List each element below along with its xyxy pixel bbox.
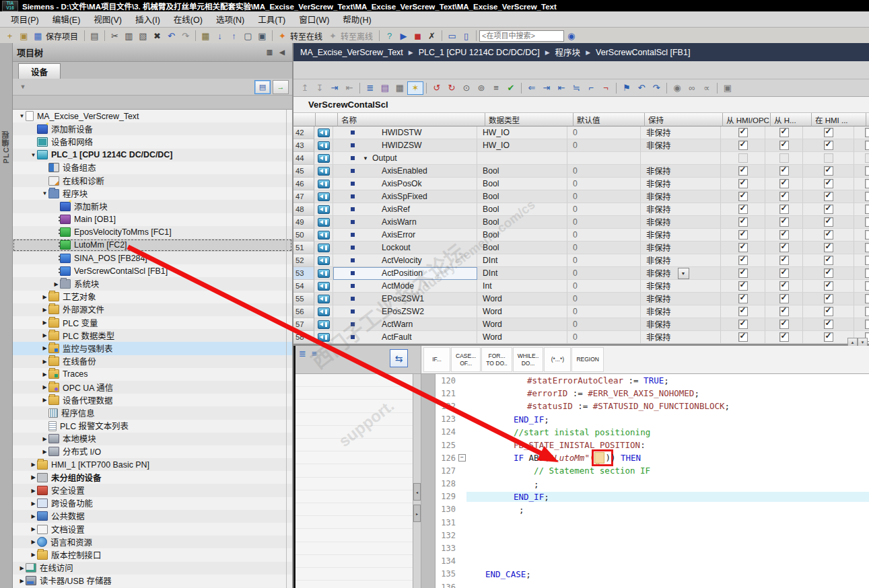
export-interface-icon[interactable]: ⇥ (327, 81, 342, 94)
cross-references-icon[interactable]: ✗ (425, 30, 439, 42)
retain-cell[interactable]: 非保持▼ (641, 267, 721, 280)
checkbox-setpoint[interactable] (865, 243, 869, 252)
checkbox-from-hmi[interactable] (738, 332, 748, 342)
checkbox-from-hmi[interactable] (738, 256, 748, 265)
new-project-icon[interactable]: + (3, 30, 17, 42)
menu-item-2[interactable]: 视图(V) (87, 11, 129, 27)
data-type-cell[interactable]: Bool (477, 190, 567, 203)
data-type-cell[interactable]: Bool (477, 242, 567, 254)
default-value-cell[interactable]: 0 (567, 254, 641, 267)
expand-arrow-icon[interactable]: ▶ (30, 526, 37, 532)
block-interface-icon[interactable]: ▤ (378, 81, 392, 94)
save-project-label[interactable]: 保存项目 (45, 30, 81, 42)
checkbox-from-hmi[interactable] (738, 230, 748, 240)
checkbox-from-h[interactable] (779, 320, 789, 329)
var-name-cell[interactable]: AxisError (333, 229, 477, 242)
find-replace-icon[interactable]: ◉ (670, 81, 685, 94)
table-row-52[interactable]: 52ActVelocityDInt0非保持 (293, 254, 869, 267)
rt-simulation-icon[interactable]: ▣ (255, 30, 269, 42)
tree-item-14[interactable]: ▶工艺对象 (13, 291, 292, 303)
checkbox-in-hmi[interactable] (824, 128, 833, 137)
expand-arrow-icon[interactable]: ▶ (30, 552, 37, 558)
checkbox-from-hmi[interactable] (738, 153, 748, 163)
table-row-48[interactable]: 48AxisRefBool0非保持 (293, 203, 869, 216)
retain-cell[interactable]: 非保持 (641, 331, 721, 344)
tree-item-15[interactable]: ▶外部源文件 (13, 303, 292, 316)
tree-item-29[interactable]: ▶安全设置 (13, 484, 292, 497)
tab-devices[interactable]: 设备 (18, 63, 61, 79)
data-type-cell[interactable]: DInt (477, 267, 567, 280)
table-row-55[interactable]: 55EPosZSW1Word0非保持 (293, 293, 869, 305)
go-online-icon[interactable]: ✦ (275, 30, 289, 42)
retain-cell[interactable]: 非保持 (641, 203, 721, 216)
go-offline-icon[interactable]: ✦ (326, 30, 340, 42)
pin-icon[interactable]: ▥ (263, 48, 276, 56)
column-header-3[interactable]: 数据类型 (485, 113, 573, 126)
sync-split-button[interactable]: ⇆ (390, 349, 408, 367)
var-name-cell[interactable]: ActFault (333, 331, 477, 344)
row-number[interactable]: 58 (293, 331, 314, 344)
checkbox-from-hmi[interactable] (738, 281, 748, 291)
download-to-device-icon[interactable]: ↓ (213, 30, 227, 42)
tree-item-8[interactable]: Main [OB1] (13, 213, 292, 226)
compile-icon[interactable]: ▦ (199, 30, 213, 42)
tree-item-36[interactable]: ▶读卡器/USB 存储器 (13, 575, 292, 587)
tree-item-1[interactable]: 添加新设备 (13, 122, 292, 135)
retain-cell[interactable]: 非保持 (641, 254, 721, 267)
var-name-cell[interactable]: ActPosition (333, 267, 477, 280)
cut-icon[interactable]: ✂ (108, 30, 122, 42)
retain-cell[interactable]: 非保持 (641, 178, 721, 190)
data-type-cell[interactable]: Bool (477, 229, 567, 242)
expand-arrow-icon[interactable]: ▶ (41, 332, 48, 338)
expand-arrow-icon[interactable]: ▶ (30, 513, 37, 519)
go-online-label[interactable]: 转至在线 (289, 30, 326, 42)
code-line-131[interactable]: 131 (436, 516, 869, 529)
checkbox-setpoint[interactable] (865, 166, 869, 176)
start-cpu-icon[interactable]: ▢ (241, 30, 255, 42)
table-row-42[interactable]: 42HWIDSTWHW_IO0非保持 (293, 126, 869, 139)
table-row-46[interactable]: 46AxisPosOkBool0非保持 (293, 178, 869, 190)
column-header-5[interactable]: 保持 (645, 113, 723, 126)
breadcrumb-item-0[interactable]: MA_Excise_VerScrew_Text (300, 48, 403, 57)
code-line-132[interactable]: 132 (436, 529, 869, 542)
row-number[interactable]: 55 (293, 293, 314, 305)
checkbox-from-hmi[interactable] (738, 268, 748, 278)
row-number[interactable]: 46 (293, 178, 314, 190)
expand-arrow-icon[interactable]: ▶ (41, 307, 48, 313)
code-line-122[interactable]: 122#statusID := #STATUSID_NO_FUNCTIONBLO… (436, 400, 869, 412)
compare-view-icon[interactable]: ≡ (312, 348, 317, 359)
checkbox-from-h[interactable] (779, 128, 789, 137)
code-line-134[interactable]: 134 (436, 555, 869, 568)
var-name-cell[interactable]: HWIDSTW (333, 126, 477, 139)
bookmark-next-icon[interactable]: ↷ (649, 81, 664, 94)
scl-code-editor[interactable]: 120#statErrorAutoClear := TRUE;121#error… (436, 374, 869, 588)
copy-icon[interactable]: ▥ (122, 30, 136, 42)
checkbox-from-h[interactable] (779, 217, 789, 227)
expand-arrow-icon[interactable]: ▶ (41, 320, 48, 326)
checkbox-from-hmi[interactable] (738, 243, 748, 252)
know-how-protection-icon[interactable]: ▣ (720, 81, 735, 94)
checkbox-in-hmi[interactable] (824, 192, 833, 201)
save-project-icon[interactable]: ▦ (31, 30, 45, 42)
default-value-cell[interactable] (567, 152, 641, 165)
tree-item-10[interactable]: LutoMm [FC2] (13, 239, 292, 252)
breadcrumb-item-1[interactable]: PLC_1 [CPU 1214C DC/DC/DC] (419, 48, 540, 57)
monitor-glasses-icon[interactable]: ∞ (685, 81, 699, 94)
checkbox-from-h[interactable] (779, 153, 789, 163)
checkbox-in-hmi[interactable] (824, 294, 833, 303)
default-value-cell[interactable]: 0 (567, 280, 641, 293)
checkbox-from-hmi[interactable] (738, 294, 748, 303)
checkbox-from-h[interactable] (779, 243, 789, 252)
checkbox-in-hmi[interactable] (824, 230, 833, 240)
expand-arrow-icon[interactable]: ▶ (41, 359, 48, 365)
snapshot-values-icon[interactable]: ▦ (392, 81, 407, 94)
checkbox-from-hmi[interactable] (738, 320, 748, 329)
column-header-7[interactable]: 从 H... (771, 113, 812, 126)
code-line-124[interactable]: 124//start inistal positioning (436, 426, 869, 439)
tree-item-28[interactable]: ▶未分组的设备 (13, 471, 292, 484)
tree-item-26[interactable]: ▶分布式 I/O (13, 445, 292, 458)
checkbox-setpoint[interactable] (865, 268, 869, 278)
expand-arrow-icon[interactable]: ▼ (18, 113, 26, 119)
stop-window-icon[interactable]: ◼ (411, 30, 425, 42)
checkbox-setpoint[interactable] (865, 205, 869, 214)
